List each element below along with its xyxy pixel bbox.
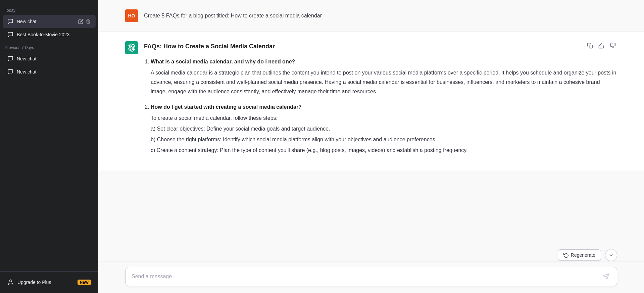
upgrade-label: Upgrade to Plus — [17, 280, 51, 285]
main-content: HO Create 5 FAQs for a blog post titled:… — [98, 0, 644, 293]
message-actions — [586, 41, 617, 50]
send-icon — [603, 273, 609, 280]
chat-icon — [7, 18, 13, 25]
sidebar-item-new-chat-active[interactable]: New chat — [3, 15, 96, 28]
faq-question-1: What is a social media calendar, and why… — [151, 57, 617, 66]
user-message-text: Create 5 FAQs for a blog post titled: Ho… — [144, 9, 322, 20]
user-message-row: HO Create 5 FAQs for a blog post titled:… — [98, 0, 644, 32]
upgrade-to-plus-button[interactable]: Upgrade to Plus NEW — [3, 276, 96, 289]
chat-icon — [7, 69, 13, 75]
new-badge: NEW — [78, 280, 91, 285]
sidebar-bottom: Upgrade to Plus NEW — [0, 271, 98, 293]
sidebar-item-best-book[interactable]: Best Book-to-Movie 2023 — [3, 28, 96, 41]
user-icon — [7, 279, 14, 286]
sidebar-item-new-chat-2[interactable]: New chat — [3, 65, 96, 78]
copy-icon — [587, 43, 593, 49]
chat-icon — [7, 32, 13, 38]
regenerate-label: Regenerate — [571, 252, 595, 258]
sidebar-item-label: New chat — [17, 56, 91, 61]
sidebar: Today New chat — [0, 0, 98, 293]
delete-icon[interactable] — [86, 19, 91, 24]
assistant-heading: FAQs: How to Create a Social Media Calen… — [144, 41, 617, 52]
scroll-bottom-button[interactable] — [605, 249, 617, 261]
faq-answer-2: To create a social media calendar, follo… — [145, 113, 617, 155]
regenerate-area: Regenerate — [98, 246, 644, 261]
thumbs-up-icon — [598, 43, 604, 49]
message-input-container — [125, 267, 617, 286]
chatgpt-logo-icon — [128, 44, 136, 52]
assistant-message-content: FAQs: How to Create a Social Media Calen… — [144, 41, 617, 161]
regenerate-button[interactable]: Regenerate — [558, 249, 601, 261]
faq-item-2: How do I get started with creating a soc… — [151, 102, 617, 155]
sidebar-item-new-chat-1[interactable]: New chat — [3, 52, 96, 65]
faq-answer-step-3: c) Create a content strategy: Plan the t… — [151, 146, 617, 155]
faq-answer-1: A social media calendar is a strategic p… — [145, 68, 617, 96]
message-input[interactable] — [132, 274, 601, 280]
regenerate-icon — [563, 252, 569, 258]
copy-button[interactable] — [586, 41, 594, 50]
faq-answer-step-1: a) Set clear objectives: Define your soc… — [151, 124, 617, 134]
faq-answer-intro: To create a social media calendar, follo… — [151, 113, 617, 123]
assistant-avatar — [125, 41, 138, 54]
faq-answer-step-2: b) Choose the right platforms: Identify … — [151, 135, 617, 144]
svg-point-0 — [10, 280, 12, 282]
sidebar-item-label: New chat — [17, 19, 75, 24]
svg-rect-1 — [589, 45, 593, 48]
input-area — [98, 261, 644, 293]
send-button[interactable] — [601, 272, 611, 281]
faq-item-1: What is a social media calendar, and why… — [151, 57, 617, 96]
sidebar-today-label: Today — [0, 4, 98, 15]
thumbs-down-button[interactable] — [608, 41, 617, 50]
edit-icon[interactable] — [78, 19, 84, 24]
faq-list: What is a social media calendar, and why… — [144, 57, 617, 155]
assistant-message-row: FAQs: How to Create a Social Media Calen… — [98, 32, 644, 170]
user-avatar: HO — [125, 9, 138, 22]
sidebar-item-label: Best Book-to-Movie 2023 — [17, 32, 91, 37]
faq-question-2: How do I get started with creating a soc… — [151, 102, 617, 111]
sidebar-item-label: New chat — [17, 69, 91, 75]
sidebar-previous-label: Previous 7 Days — [0, 41, 98, 52]
chat-icon — [7, 56, 13, 62]
sidebar-item-actions — [78, 19, 91, 24]
thumbs-down-icon — [610, 43, 616, 49]
chat-area: HO Create 5 FAQs for a blog post titled:… — [98, 0, 644, 246]
thumbs-up-button[interactable] — [597, 41, 606, 50]
chevron-down-icon — [608, 252, 614, 258]
